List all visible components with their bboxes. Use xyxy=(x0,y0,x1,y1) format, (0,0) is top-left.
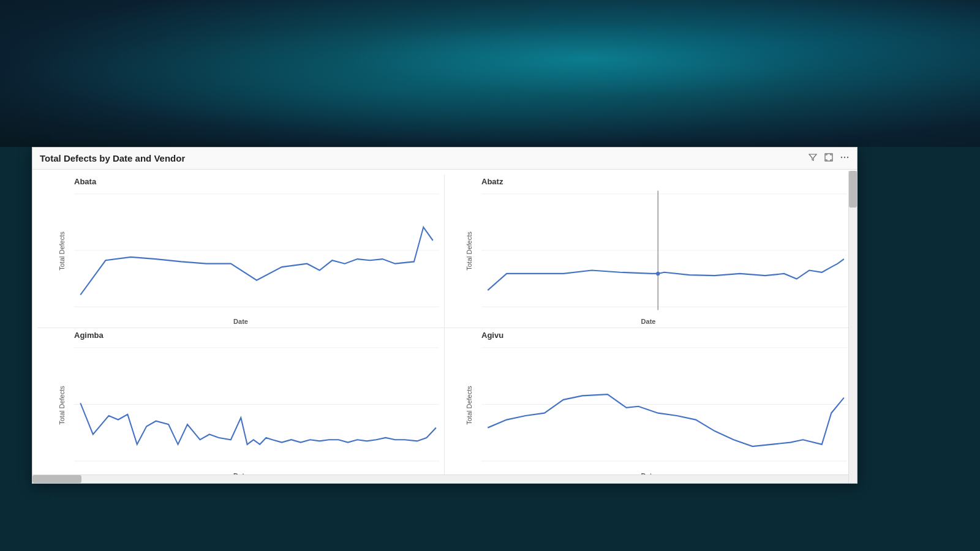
agivu-y-label: Total Defects xyxy=(466,386,473,425)
svg-text:Oct 2019: Oct 2019 xyxy=(832,467,847,468)
horizontal-scrollbar[interactable] xyxy=(32,474,848,483)
svg-text:Jul 2018: Jul 2018 xyxy=(575,467,597,468)
agivu-chart: 2M 1M 0M Jan 2018 Apr 2018 Jul 2018 Oct … xyxy=(481,341,847,468)
abatz-y-label: Total Defects xyxy=(466,231,473,271)
svg-text:Apr 2019: Apr 2019 xyxy=(731,313,755,313)
svg-text:Oct 2018: Oct 2018 xyxy=(627,313,650,313)
svg-text:Oct 2019: Oct 2019 xyxy=(424,313,439,313)
svg-text:Apr 2018: Apr 2018 xyxy=(115,313,138,313)
abatz-title: Abatz xyxy=(481,177,847,186)
svg-text:Oct 2019: Oct 2019 xyxy=(424,467,439,468)
scrollbar-thumb[interactable] xyxy=(849,171,857,208)
svg-text:Jul 2019: Jul 2019 xyxy=(785,313,806,313)
svg-text:Apr 2018: Apr 2018 xyxy=(115,467,138,468)
svg-text:Jul 2019: Jul 2019 xyxy=(377,313,398,313)
chart-panel-abata: Abata Total Defects Date 2M 1M 0M Jan 20… xyxy=(37,174,445,328)
svg-text:Jan 2018: Jan 2018 xyxy=(481,313,493,313)
svg-point-3 xyxy=(847,157,848,158)
svg-text:Jan 2019: Jan 2019 xyxy=(679,467,703,468)
svg-text:Apr 2018: Apr 2018 xyxy=(522,313,546,313)
abata-chart: 2M 1M 0M Jan 2018 Apr 2018 Jul 2018 Oct … xyxy=(74,187,439,313)
svg-text:Jan 2018: Jan 2018 xyxy=(481,467,493,468)
filter-icon[interactable] xyxy=(808,152,818,164)
chart-panel-agivu: Agivu Total Defects Date 2M 1M 0M Jan 20… xyxy=(445,328,852,482)
svg-text:Apr 2019: Apr 2019 xyxy=(731,467,755,468)
abata-title: Abata xyxy=(74,177,439,186)
chart-area: Abata Total Defects Date 2M 1M 0M Jan 20… xyxy=(32,170,857,482)
agimba-title: Agimba xyxy=(74,331,439,340)
abatz-chart: 2M 1M 0M Jan 2018 Apr 2018 Jul 2018 Oct … xyxy=(481,187,847,313)
titlebar: Total Defects by Date and Vendor xyxy=(32,148,857,170)
svg-text:Jul 2018: Jul 2018 xyxy=(168,313,189,313)
svg-text:Jul 2018: Jul 2018 xyxy=(168,467,189,468)
window-controls xyxy=(808,152,850,164)
svg-text:Oct 2018: Oct 2018 xyxy=(627,467,650,468)
svg-text:Jul 2019: Jul 2019 xyxy=(785,467,806,468)
svg-text:Jul 2018: Jul 2018 xyxy=(575,313,597,313)
svg-text:Jan 2019: Jan 2019 xyxy=(679,313,703,313)
svg-text:Jul 2019: Jul 2019 xyxy=(377,467,398,468)
agimba-chart: 2M 1M 0M Jan 2018 Apr 2018 Jul 2018 Oct … xyxy=(74,341,439,468)
svg-text:Apr 2018: Apr 2018 xyxy=(522,467,546,468)
vertical-scrollbar[interactable] xyxy=(848,171,857,483)
svg-text:Jan 2018: Jan 2018 xyxy=(74,313,86,313)
more-icon[interactable] xyxy=(840,152,850,164)
agivu-title: Agivu xyxy=(481,331,847,340)
agimba-y-label: Total Defects xyxy=(58,386,66,425)
background-overlay xyxy=(0,0,980,147)
chart-panel-agimba: Agimba Total Defects Date 2M 1M 0M Jan 2… xyxy=(37,328,445,482)
svg-text:Apr 2019: Apr 2019 xyxy=(324,313,347,313)
chart-panel-abatz: Abatz Total Defects Date 2M 1M 0M Jan 20… xyxy=(445,174,852,328)
svg-text:Jan 2019: Jan 2019 xyxy=(271,313,295,313)
chart-window: Total Defects by Date and Vendor xyxy=(32,147,858,484)
svg-point-2 xyxy=(844,157,845,158)
horizontal-scrollbar-thumb[interactable] xyxy=(32,475,81,483)
svg-text:Jan 2018: Jan 2018 xyxy=(74,467,86,468)
window-title: Total Defects by Date and Vendor xyxy=(40,153,185,163)
svg-text:Apr 2019: Apr 2019 xyxy=(324,467,347,468)
svg-point-1 xyxy=(841,157,842,158)
abatz-x-label: Date xyxy=(641,318,656,325)
svg-text:Jan 2019: Jan 2019 xyxy=(271,467,295,468)
svg-text:Oct 2018: Oct 2018 xyxy=(219,313,243,313)
svg-text:Oct 2018: Oct 2018 xyxy=(219,467,242,468)
svg-point-33 xyxy=(656,272,660,276)
expand-icon[interactable] xyxy=(824,152,834,164)
abata-y-label: Total Defects xyxy=(58,231,66,271)
abata-x-label: Date xyxy=(233,318,248,325)
svg-text:Oct 2019: Oct 2019 xyxy=(832,313,847,313)
